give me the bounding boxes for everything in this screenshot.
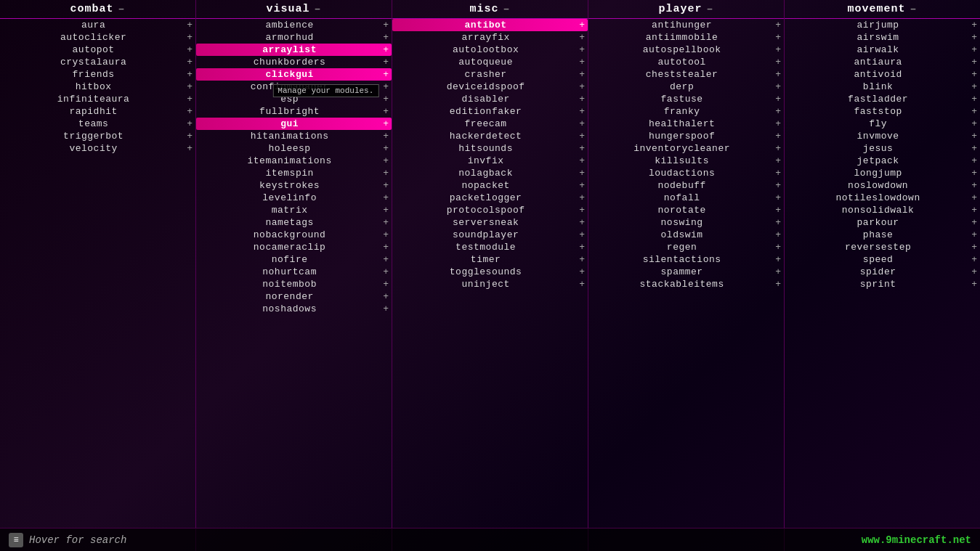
module-plus-soundplayer[interactable]: +	[579, 229, 585, 240]
module-row-nonsolidwalk[interactable]: nonsolidwalk+	[785, 204, 980, 216]
module-plus-testmodule[interactable]: +	[579, 242, 585, 253]
module-plus-noshadows[interactable]: +	[383, 303, 389, 314]
module-plus-esp[interactable]: +	[383, 94, 389, 105]
module-row-uninject[interactable]: uninject+	[392, 278, 588, 290]
module-row-jesus[interactable]: jesus+	[785, 142, 980, 155]
module-row-soundplayer[interactable]: soundplayer+	[392, 229, 588, 241]
module-plus-antiaura[interactable]: +	[971, 57, 977, 68]
module-row-airjump[interactable]: airjump+	[785, 19, 980, 31]
module-row-parkour[interactable]: parkour+	[785, 216, 980, 229]
module-row-antivoid[interactable]: antivoid+	[785, 68, 980, 81]
module-plus-nodebuff[interactable]: +	[775, 180, 781, 191]
module-plus-killsults[interactable]: +	[775, 155, 781, 166]
module-plus-longjump[interactable]: +	[971, 168, 977, 179]
module-plus-nolagback[interactable]: +	[579, 168, 585, 179]
module-plus-protocolspoof[interactable]: +	[579, 205, 585, 216]
module-plus-autopot[interactable]: +	[187, 44, 193, 55]
module-plus-silentactions[interactable]: +	[775, 254, 781, 265]
module-row-arraylist[interactable]: arraylist+	[196, 44, 392, 56]
module-plus-norender[interactable]: +	[383, 291, 389, 302]
module-plus-editionfaker[interactable]: +	[579, 106, 585, 117]
module-plus-teams[interactable]: +	[187, 118, 193, 129]
module-plus-noslowdown[interactable]: +	[971, 180, 977, 191]
module-row-rapidhit[interactable]: rapidhit+	[0, 105, 195, 118]
module-plus-hungerspoof[interactable]: +	[775, 131, 781, 142]
module-row-reversestep[interactable]: reversestep+	[785, 241, 980, 253]
module-row-protocolspoof[interactable]: protocolspoof+	[392, 204, 588, 216]
module-row-nofall[interactable]: nofall+	[588, 192, 784, 204]
module-plus-antihunger[interactable]: +	[775, 20, 781, 30]
module-row-cheststealer[interactable]: cheststealer+	[588, 68, 784, 81]
module-plus-jetpack[interactable]: +	[971, 155, 977, 166]
module-row-deviceidspoof[interactable]: deviceidspoof+	[392, 81, 588, 93]
module-row-itemspin[interactable]: itemspin+	[196, 167, 392, 179]
module-row-crystalaura[interactable]: crystalaura+	[0, 56, 195, 68]
module-row-regen[interactable]: regen+	[588, 241, 784, 253]
module-plus-oldswim[interactable]: +	[775, 229, 781, 240]
module-plus-holeesp[interactable]: +	[383, 143, 389, 154]
module-row-oldswim[interactable]: oldswim+	[588, 229, 784, 241]
module-row-longjump[interactable]: longjump+	[785, 167, 980, 179]
module-row-antihunger[interactable]: antihunger+	[588, 19, 784, 31]
module-plus-crasher[interactable]: +	[579, 69, 585, 80]
module-row-editionfaker[interactable]: editionfaker+	[392, 105, 588, 118]
module-plus-infiniteaura[interactable]: +	[187, 94, 193, 105]
module-row-franky[interactable]: franky+	[588, 105, 784, 118]
module-row-triggerbot[interactable]: triggerbot+	[0, 130, 195, 142]
module-row-fastuse[interactable]: fastuse+	[588, 93, 784, 105]
module-row-holeesp[interactable]: holeesp+	[196, 142, 392, 155]
module-plus-itemanimations[interactable]: +	[383, 155, 389, 166]
module-plus-ambience[interactable]: +	[383, 20, 389, 30]
module-row-hitanimations[interactable]: hitanimations+	[196, 130, 392, 142]
module-plus-autoclicker[interactable]: +	[187, 32, 193, 43]
module-row-fastladder[interactable]: fastladder+	[785, 93, 980, 105]
module-row-faststop[interactable]: faststop+	[785, 105, 980, 118]
module-plus-jesus[interactable]: +	[971, 143, 977, 154]
module-plus-nofire[interactable]: +	[383, 254, 389, 265]
module-row-spammer[interactable]: spammer+	[588, 266, 784, 278]
module-row-invfix[interactable]: invfix+	[392, 155, 588, 167]
module-plus-uninject[interactable]: +	[579, 279, 585, 290]
module-row-airswim[interactable]: airswim+	[785, 31, 980, 44]
module-plus-velocity[interactable]: +	[187, 143, 193, 154]
module-plus-triggerbot[interactable]: +	[187, 131, 193, 142]
module-row-noitembob[interactable]: noitembob+	[196, 278, 392, 290]
module-row-packetlogger[interactable]: packetlogger+	[392, 192, 588, 204]
module-plus-fastuse[interactable]: +	[775, 94, 781, 105]
module-row-nofire[interactable]: nofire+	[196, 253, 392, 266]
module-plus-hitanimations[interactable]: +	[383, 131, 389, 142]
module-plus-nocameraclip[interactable]: +	[383, 242, 389, 253]
module-plus-spider[interactable]: +	[971, 266, 977, 277]
module-plus-notileslowdown[interactable]: +	[971, 192, 977, 203]
module-plus-armorhud[interactable]: +	[383, 32, 389, 43]
module-plus-arraylist[interactable]: +	[383, 44, 389, 55]
module-plus-clickgui[interactable]: +	[383, 69, 389, 80]
module-plus-parkour[interactable]: +	[971, 217, 977, 228]
module-row-hitbox[interactable]: hitbox+	[0, 81, 195, 93]
module-row-arrayfix[interactable]: arrayfix+	[392, 31, 588, 44]
module-plus-fastladder[interactable]: +	[971, 94, 977, 105]
module-plus-autotool[interactable]: +	[775, 57, 781, 68]
module-row-sprint[interactable]: sprint+	[785, 278, 980, 290]
module-row-togglesounds[interactable]: togglesounds+	[392, 266, 588, 278]
module-row-chunkborders[interactable]: chunkborders+	[196, 56, 392, 68]
module-plus-packetlogger[interactable]: +	[579, 192, 585, 203]
module-row-healthalert[interactable]: healthalert+	[588, 118, 784, 130]
module-plus-invfix[interactable]: +	[579, 155, 585, 166]
module-row-inventorycleaner[interactable]: inventorycleaner+	[588, 142, 784, 155]
module-row-clickgui[interactable]: clickgui+Manage your modules.	[196, 68, 392, 81]
module-row-matrix[interactable]: matrix+	[196, 204, 392, 216]
module-plus-timer[interactable]: +	[579, 254, 585, 265]
module-plus-fullbright[interactable]: +	[383, 106, 389, 117]
module-row-airwalk[interactable]: airwalk+	[785, 44, 980, 56]
module-row-silentactions[interactable]: silentactions+	[588, 253, 784, 266]
module-row-norender[interactable]: norender+	[196, 290, 392, 303]
module-plus-nonsolidwalk[interactable]: +	[971, 205, 977, 216]
module-plus-airjump[interactable]: +	[971, 20, 977, 30]
module-row-loudactions[interactable]: loudactions+	[588, 167, 784, 179]
module-plus-cheststealer[interactable]: +	[775, 69, 781, 80]
module-row-aura[interactable]: aura+	[0, 19, 195, 31]
module-row-nolagback[interactable]: nolagback+	[392, 167, 588, 179]
module-plus-antibot[interactable]: +	[579, 20, 585, 30]
module-row-speed[interactable]: speed+	[785, 253, 980, 266]
